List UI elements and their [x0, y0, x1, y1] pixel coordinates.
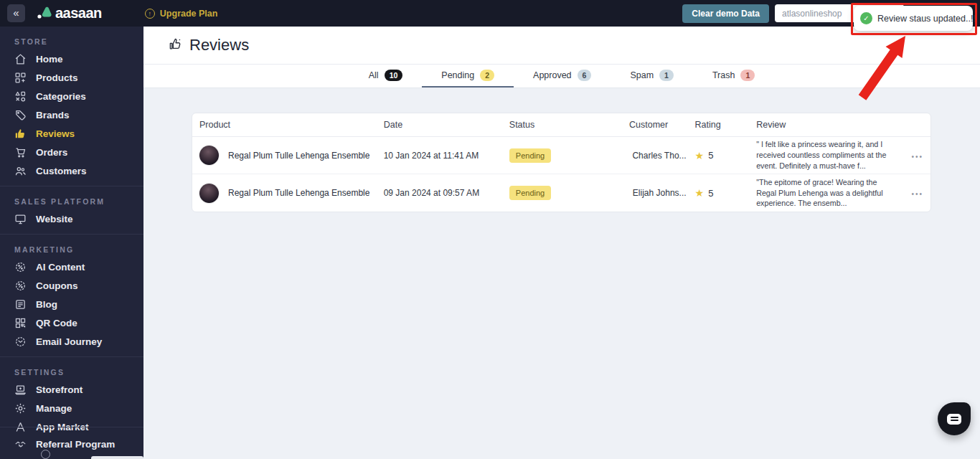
sidebar-item-label: Coupons	[36, 280, 78, 291]
sidebar-item-label: AI Content	[36, 262, 85, 273]
sidebar-item-manage[interactable]: Manage	[0, 399, 143, 417]
sidebar-item-home[interactable]: Home	[0, 49, 143, 68]
top-bar: « aasaan ↑ Upgrade Plan Clear demo Data	[0, 0, 980, 27]
sidebar-item-coupons[interactable]: Coupons	[0, 276, 143, 295]
column-header-status: Status	[509, 120, 629, 130]
tab-label: Trash	[712, 70, 735, 80]
sidebar-item-label: Email Journey	[36, 336, 102, 347]
status-badge: Pending	[509, 148, 551, 163]
email-journey-icon	[14, 336, 27, 348]
section-label: STORE	[0, 31, 143, 49]
date-cell: 09 Jan 2024 at 09:57 AM	[384, 188, 509, 198]
cart-icon	[14, 146, 27, 158]
product-name: Regal Plum Tulle Lehenga Ensemble	[228, 151, 369, 161]
tab-trash[interactable]: Trash 1	[693, 65, 774, 87]
qr-code-icon	[14, 317, 27, 329]
sidebar-item-label: Home	[36, 54, 63, 65]
chat-icon	[947, 414, 961, 425]
reviews-title-icon	[169, 37, 182, 54]
table-row: Regal Plum Tulle Lehenga Ensemble 09 Jan…	[192, 174, 930, 212]
status-tabs: All 10 Pending 2 Approved 6 Spam 1 Trash…	[143, 65, 980, 88]
sidebar-section-store: STORE Home Products Categories Brands Re…	[0, 27, 143, 186]
product-name: Regal Plum Tulle Lehenga Ensemble	[228, 188, 369, 198]
sidebar-item-label: Blog	[36, 299, 57, 310]
sidebar-item-label: QR Code	[36, 318, 77, 328]
row-actions-button[interactable]: •••	[911, 190, 923, 198]
clear-demo-data-button[interactable]: Clear demo Data	[682, 4, 769, 23]
sidebar-item-categories[interactable]: Categories	[0, 87, 143, 105]
star-icon: ★	[695, 150, 705, 161]
review-cell: "The epitome of grace! Wearing the Regal…	[756, 177, 899, 209]
sidebar-item-label: Referral Program	[36, 439, 115, 450]
sidebar-item-reviews[interactable]: Reviews	[0, 124, 143, 143]
tab-approved[interactable]: Approved 6	[514, 65, 611, 87]
upgrade-label: Upgrade Plan	[160, 9, 218, 19]
logo-text: aasaan	[55, 5, 102, 22]
sidebar-item-email-journey[interactable]: Email Journey	[0, 332, 143, 351]
sidebar-item-orders[interactable]: Orders	[0, 143, 143, 161]
tab-all[interactable]: All 10	[349, 65, 423, 87]
success-check-icon: ✓	[860, 12, 872, 24]
tab-count-badge: 2	[480, 70, 494, 81]
sidebar-item-ai-content[interactable]: AI Content	[0, 257, 143, 276]
sidebar-item-referral-program[interactable]: Referral Program	[0, 435, 143, 453]
status-cell: Pending	[509, 186, 629, 200]
sidebar-item-website[interactable]: Website	[0, 209, 143, 228]
product-cell: Regal Plum Tulle Lehenga Ensemble	[199, 184, 384, 203]
blog-icon	[14, 298, 27, 311]
handshake-icon	[14, 438, 27, 450]
sidebar-section-sales-platform: SALES PLATFORM Website	[0, 186, 143, 234]
upgrade-icon: ↑	[145, 9, 155, 19]
table-row: Regal Plum Tulle Lehenga Ensemble 10 Jan…	[192, 137, 930, 174]
sidebar-item-label: Products	[36, 72, 78, 83]
tab-pending[interactable]: Pending 2	[422, 65, 514, 87]
column-header-review: Review	[756, 120, 899, 130]
section-label: SETTINGS	[0, 361, 143, 380]
product-thumbnail	[199, 184, 219, 203]
date-cell: 10 Jan 2024 at 11:41 AM	[384, 151, 509, 161]
column-header-rating: Rating	[695, 120, 757, 130]
sidebar-item-label: Reviews	[36, 128, 75, 139]
sidebar-item-label: Manage	[36, 403, 72, 414]
sidebar-section-marketing: MARKETING AI Content Coupons Blog QR Cod…	[0, 234, 143, 356]
customers-icon	[14, 165, 27, 177]
tab-label: Pending	[441, 70, 474, 80]
coupons-icon	[14, 280, 27, 292]
column-header-product: Product	[199, 120, 384, 130]
sidebar-item-storefront[interactable]: Storefront	[0, 380, 143, 399]
gear-icon	[14, 402, 27, 415]
actions-cell: •••	[899, 186, 923, 199]
upgrade-plan-button[interactable]: ↑ Upgrade Plan	[145, 9, 218, 19]
rating-value: 5	[708, 188, 713, 199]
sidebar-item-blog[interactable]: Blog	[0, 295, 143, 313]
product-cell: Regal Plum Tulle Lehenga Ensemble	[199, 146, 384, 165]
toast-notification: ✓ Review staus updated..!!	[854, 6, 973, 31]
rating-cell: ★ 5	[695, 187, 757, 199]
customer-cell: Charles Tho...	[629, 151, 695, 161]
sidebar-item-customers[interactable]: Customers	[0, 161, 143, 180]
tab-spam[interactable]: Spam 1	[611, 65, 693, 87]
chat-widget-button[interactable]	[938, 402, 971, 435]
column-header-date: Date	[384, 120, 509, 130]
sidebar-item-label: Website	[36, 214, 73, 224]
row-actions-button[interactable]: •••	[911, 153, 923, 161]
reviews-icon	[14, 128, 27, 140]
tab-count-badge: 10	[385, 70, 403, 81]
monitor-icon	[14, 213, 27, 225]
home-icon	[14, 53, 27, 65]
rating-cell: ★ 5	[695, 150, 757, 161]
sidebar-bottom-strip	[91, 456, 143, 459]
sidebar-collapse-button[interactable]: «	[7, 4, 25, 22]
sidebar-item-label: Storefront	[36, 384, 83, 395]
sidebar-item-brands[interactable]: Brands	[0, 105, 143, 124]
logo-icon	[36, 4, 53, 24]
toast-message: Review staus updated..!!	[877, 14, 976, 24]
collapse-icon: «	[13, 6, 19, 19]
tab-count-badge: 1	[740, 70, 755, 81]
products-icon	[14, 72, 27, 84]
main-content: Reviews All 10 Pending 2 Approved 6 Spam…	[143, 27, 980, 459]
sidebar-item-products[interactable]: Products	[0, 68, 143, 87]
column-header-customer: Customer	[629, 120, 695, 130]
tab-label: Spam	[630, 70, 654, 80]
sidebar-item-qr-code[interactable]: QR Code	[0, 313, 143, 332]
